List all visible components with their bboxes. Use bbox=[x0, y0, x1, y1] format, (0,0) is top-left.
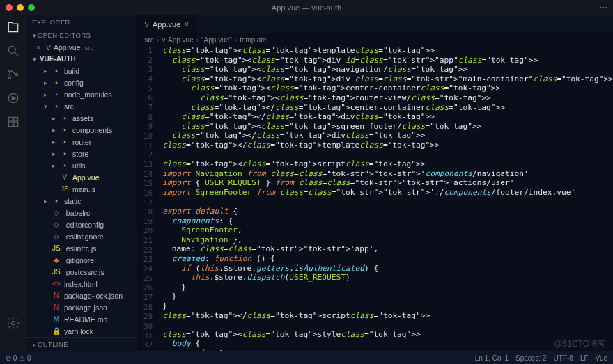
code-line[interactable]: import SqreenFooter from class=class="to… bbox=[162, 188, 613, 198]
tree-item[interactable]: ▸▪build bbox=[26, 65, 137, 77]
code-line[interactable]: export default { bbox=[162, 207, 613, 216]
breadcrumb-item[interactable]: src bbox=[144, 36, 153, 44]
tree-item[interactable]: Npackage-lock.json bbox=[26, 290, 137, 301]
more-icon[interactable]: ⋯ bbox=[600, 3, 607, 13]
code-line[interactable]: class="tok-tag"><class="tok-tag">sqreen-… bbox=[162, 122, 613, 132]
root-folder[interactable]: ▾VUE-AUTH bbox=[26, 53, 137, 65]
tree-item[interactable]: ▾▪src bbox=[26, 100, 137, 112]
tree-item[interactable]: ◇.eslintignore bbox=[26, 230, 137, 242]
code-line[interactable]: class="tok-tag"></class="tok-tag">divcla… bbox=[162, 131, 613, 141]
tab-appvue[interactable]: V App.vue × bbox=[137, 15, 196, 33]
tree-item[interactable]: <>index.html bbox=[26, 278, 137, 290]
code-line[interactable]: } bbox=[162, 301, 613, 311]
tree-item[interactable]: ▸▪router bbox=[26, 136, 137, 148]
code-line[interactable]: body { bbox=[162, 339, 613, 349]
settings-gear-icon[interactable] bbox=[6, 315, 21, 331]
line-number: 26 bbox=[137, 283, 153, 293]
code-line[interactable]: class="tok-tag"><class="tok-tag">templat… bbox=[162, 46, 613, 56]
code-line[interactable] bbox=[162, 150, 613, 160]
status-lang[interactable]: Vue bbox=[596, 354, 607, 362]
line-number: 20 bbox=[137, 226, 153, 236]
tree-item[interactable]: 🔒yarn.lock bbox=[26, 325, 137, 337]
breadcrumb-item[interactable]: template bbox=[240, 36, 266, 44]
tree-item[interactable]: VApp.vue bbox=[26, 171, 137, 183]
js-icon: JS bbox=[52, 267, 61, 277]
file-icon: ◇ bbox=[52, 232, 61, 242]
search-icon[interactable] bbox=[6, 43, 21, 58]
maximize-window-icon[interactable] bbox=[28, 4, 35, 11]
code-line[interactable]: if (this.$store.getters.isAuthenticated)… bbox=[162, 264, 613, 274]
code-line[interactable]: this.$store.dispatch(USER_REQUEST) bbox=[162, 273, 613, 283]
close-icon[interactable]: × bbox=[184, 19, 189, 29]
tree-item[interactable]: ▸▪assets bbox=[26, 112, 137, 124]
status-eol[interactable]: LF bbox=[580, 354, 589, 362]
tree-item-label: main.js bbox=[72, 185, 95, 193]
close-window-icon[interactable] bbox=[6, 4, 13, 11]
debug-icon[interactable] bbox=[6, 90, 21, 106]
code-line[interactable]: class="tok-tag"><class="tok-tag">center-… bbox=[162, 84, 613, 93]
status-problems[interactable]: ⊘ 0 ⚠ 0 bbox=[6, 354, 31, 362]
code-line[interactable]: class="tok-tag"><class="tok-tag">div id=… bbox=[162, 56, 613, 65]
code-line[interactable]: class="tok-tag"></class="tok-tag">script… bbox=[162, 311, 613, 321]
code-line[interactable]: class="tok-tag"></class="tok-tag">center… bbox=[162, 103, 613, 113]
code-line[interactable]: class="tok-tag"><class="tok-tag">navigat… bbox=[162, 65, 613, 74]
tree-item[interactable]: ▸▪store bbox=[26, 148, 137, 159]
code-line[interactable]: class="tok-tag"></class="tok-tag">templa… bbox=[162, 141, 613, 150]
tree-item[interactable]: ▸▪utils bbox=[26, 159, 137, 171]
code-line[interactable]: } bbox=[162, 283, 613, 292]
explorer-icon[interactable] bbox=[6, 19, 21, 35]
code-line[interactable]: Navigation }, bbox=[162, 235, 613, 245]
tree-item[interactable]: JS.postcssrc.js bbox=[26, 266, 137, 278]
tree-item[interactable]: ◇.babelrc bbox=[26, 207, 137, 219]
code-line[interactable]: name: class=class="tok-str">"tok-str">'a… bbox=[162, 244, 613, 254]
status-cursor[interactable]: Ln 1, Col 1 bbox=[475, 354, 509, 362]
breadcrumb-item[interactable]: VApp.vue bbox=[162, 36, 194, 44]
tree-item[interactable]: ▸▪config bbox=[26, 77, 137, 88]
outline-title[interactable]: ▸OUTLINE bbox=[26, 337, 137, 351]
code-content[interactable]: class="tok-tag"><class="tok-tag">templat… bbox=[158, 46, 613, 351]
open-editors-title[interactable]: ▾OPEN EDITORS bbox=[26, 29, 137, 42]
tree-item-label: components bbox=[72, 126, 112, 134]
close-icon[interactable]: × bbox=[36, 43, 43, 52]
breadcrumb[interactable]: src›VApp.vue›"App.vue"›template bbox=[137, 33, 613, 46]
code-line[interactable]: class="tok-tag"></class="tok-tag">divcla… bbox=[162, 112, 613, 122]
code-line[interactable]: class="tok-tag"><class="tok-tag">router-… bbox=[162, 93, 613, 103]
status-encoding[interactable]: UTF-8 bbox=[554, 354, 573, 362]
status-spaces[interactable]: Spaces: 2 bbox=[515, 354, 546, 362]
tree-item[interactable]: MREADME.md bbox=[26, 313, 137, 325]
code-line[interactable]: margin: 0; bbox=[162, 349, 613, 351]
tree-item[interactable]: JS.eslintrc.js bbox=[26, 242, 137, 254]
tree-item[interactable]: Npackage.json bbox=[26, 301, 137, 313]
code-line[interactable]: import Navigation from class=class="tok-… bbox=[162, 169, 613, 179]
code-line[interactable]: class="tok-tag"><class="tok-tag">scriptc… bbox=[162, 159, 613, 169]
code-line[interactable]: components: { bbox=[162, 216, 613, 226]
tree-item-label: package-lock.json bbox=[64, 292, 123, 300]
open-editor-meta: src bbox=[84, 44, 93, 52]
tree-item[interactable]: ▸▪components bbox=[26, 124, 137, 136]
extensions-icon[interactable] bbox=[6, 114, 21, 129]
code-line[interactable]: class="tok-tag"><class="tok-tag">div cla… bbox=[162, 74, 613, 84]
code-line[interactable] bbox=[162, 320, 613, 330]
minimize-window-icon[interactable] bbox=[17, 4, 24, 11]
tree-item[interactable]: ▸▪node_modules bbox=[26, 88, 137, 100]
line-number: 17 bbox=[137, 198, 153, 208]
code-line[interactable]: import { USER_REQUEST } from class=class… bbox=[162, 178, 613, 188]
code-line[interactable]: created: function () { bbox=[162, 254, 613, 264]
source-control-icon[interactable] bbox=[6, 67, 21, 82]
npm-scripts-title[interactable]: ▸NPM SCRIPTS bbox=[26, 351, 137, 351]
tree-item-label: .eslintignore bbox=[64, 232, 104, 241]
tree-item[interactable]: ◇.editorconfig bbox=[26, 219, 137, 230]
code-editor[interactable]: 1234567891011121314151617181920212223242… bbox=[137, 46, 613, 351]
line-number: 33 bbox=[137, 350, 153, 351]
code-line[interactable]: SqreenFooter, bbox=[162, 225, 613, 235]
line-number: 14 bbox=[137, 170, 153, 180]
code-line[interactable]: class="tok-tag"><class="tok-tag">stylecl… bbox=[162, 330, 613, 340]
titlebar: App.vue — vue-auth ⋯ bbox=[0, 0, 613, 15]
tree-item[interactable]: JSmain.js bbox=[26, 183, 137, 195]
open-editor-item[interactable]: × V App.vue src bbox=[26, 42, 137, 53]
code-line[interactable]: } bbox=[162, 292, 613, 301]
tree-item[interactable]: ▸▪static bbox=[26, 195, 137, 207]
breadcrumb-item[interactable]: "App.vue" bbox=[201, 36, 232, 44]
code-line[interactable] bbox=[162, 198, 613, 207]
tree-item[interactable]: ◆.gitignore bbox=[26, 254, 137, 266]
